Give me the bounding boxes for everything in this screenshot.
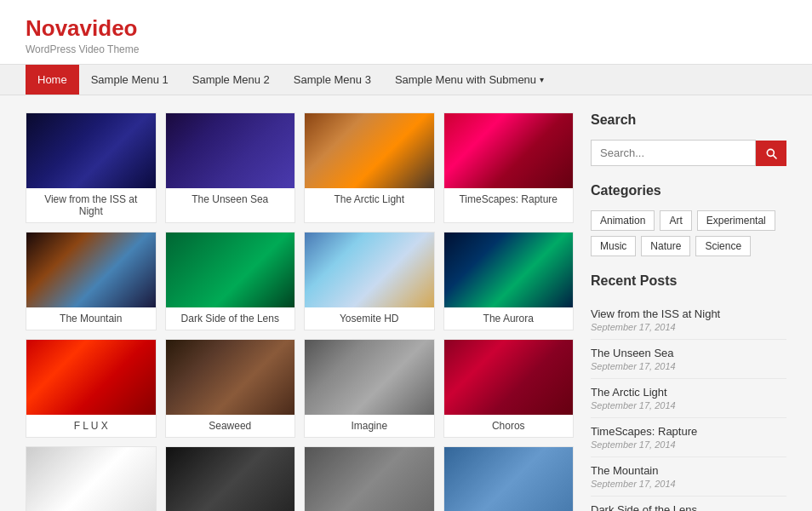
category-tag[interactable]: Science — [695, 236, 751, 256]
recent-post-item: The MountainSeptember 17, 2014 — [591, 457, 786, 497]
video-thumbnail — [26, 113, 156, 188]
category-tag[interactable]: Art — [660, 210, 691, 231]
grid-item[interactable]: Yosemite HD — [304, 232, 435, 330]
main-nav: HomeSample Menu 1Sample Menu 2Sample Men… — [0, 65, 812, 95]
search-input[interactable] — [591, 140, 756, 166]
recent-post-date: September 17, 2014 — [591, 322, 786, 332]
search-section: Search — [591, 112, 786, 166]
grid-item[interactable]: The Unseen Sea — [165, 112, 296, 223]
recent-posts-section: Recent Posts View from the ISS at NightS… — [591, 273, 786, 511]
recent-post-item: The Unseen SeaSeptember 17, 2014 — [591, 340, 786, 379]
category-tag[interactable]: Experimental — [697, 210, 775, 231]
video-thumbnail — [444, 340, 574, 415]
video-caption: The Aurora — [444, 307, 574, 330]
recent-post-date: September 17, 2014 — [591, 439, 786, 450]
category-tag[interactable]: Animation — [591, 210, 655, 231]
video-thumbnail — [305, 233, 434, 307]
recent-posts-title: Recent Posts — [591, 273, 786, 292]
recent-posts-list: View from the ISS at NightSeptember 17, … — [591, 301, 786, 511]
grid-item[interactable] — [304, 446, 435, 511]
recent-post-title[interactable]: Dark Side of the Lens — [591, 503, 786, 511]
video-caption: Yosemite HD — [305, 307, 434, 330]
video-thumbnail — [305, 113, 434, 188]
grid-item[interactable] — [443, 446, 575, 511]
video-thumbnail — [305, 340, 434, 415]
site-title[interactable]: Novavideo — [26, 15, 138, 41]
categories-section: Categories AnimationArtExperimentalMusic… — [591, 183, 786, 256]
grid-item[interactable]: Seaweed — [165, 339, 296, 438]
video-caption: Seaweed — [166, 415, 295, 437]
recent-post-item: TimeScapes: RaptureSeptember 17, 2014 — [591, 418, 786, 457]
site-tagline: WordPress Video Theme — [26, 43, 786, 55]
page-wrapper: View from the ISS at NightThe Unseen Sea… — [0, 95, 812, 511]
grid-item[interactable]: Dark Side of the Lens — [165, 232, 296, 330]
recent-post-date: September 17, 2014 — [591, 361, 786, 371]
recent-post-title[interactable]: The Unseen Sea — [591, 347, 786, 359]
grid-item[interactable]: F L U X — [26, 339, 157, 438]
nav-item-home[interactable]: Home — [26, 65, 79, 95]
nav-item-sample-menu-3[interactable]: Sample Menu 3 — [282, 65, 383, 95]
video-thumbnail — [166, 233, 295, 307]
video-thumbnail — [26, 233, 156, 307]
grid-item[interactable]: Imagine — [304, 339, 435, 438]
video-caption: TimeScapes: Rapture — [444, 188, 574, 210]
nav-item-sample-menu-with-submenu[interactable]: Sample Menu with Submenu▾ — [383, 65, 556, 95]
video-caption: F L U X — [26, 415, 156, 437]
video-thumbnail — [444, 113, 574, 188]
video-caption: The Unseen Sea — [166, 188, 295, 210]
video-thumbnail — [444, 447, 574, 511]
chevron-down-icon: ▾ — [540, 75, 544, 84]
sidebar: Search Categories AnimationArtExperiment… — [591, 112, 786, 511]
video-thumbnail — [26, 340, 156, 415]
site-header: Novavideo WordPress Video Theme — [0, 0, 812, 65]
grid-item[interactable]: View from the ISS at Night — [26, 112, 157, 223]
recent-post-title[interactable]: The Arctic Light — [591, 386, 786, 399]
recent-post-date: September 17, 2014 — [591, 479, 786, 489]
recent-post-date: September 17, 2014 — [591, 400, 786, 411]
video-thumbnail — [305, 447, 434, 511]
recent-post-title[interactable]: TimeScapes: Rapture — [591, 425, 786, 438]
video-grid: View from the ISS at NightThe Unseen Sea… — [26, 112, 574, 511]
grid-item[interactable] — [26, 446, 157, 511]
video-caption: Choros — [444, 415, 574, 437]
recent-post-item: View from the ISS at NightSeptember 17, … — [591, 301, 786, 340]
video-thumbnail — [166, 340, 295, 415]
grid-item[interactable]: The Arctic Light — [304, 112, 435, 223]
recent-post-title[interactable]: The Mountain — [591, 464, 786, 477]
recent-post-title[interactable]: View from the ISS at Night — [591, 307, 786, 320]
video-caption: The Arctic Light — [305, 188, 434, 210]
grid-item[interactable]: The Mountain — [26, 232, 157, 330]
search-button[interactable] — [756, 141, 786, 166]
video-thumbnail — [166, 113, 295, 188]
main-content: View from the ISS at NightThe Unseen Sea… — [26, 112, 574, 511]
grid-item[interactable]: TimeScapes: Rapture — [443, 112, 575, 223]
category-tag[interactable]: Music — [591, 236, 636, 256]
search-title: Search — [591, 112, 786, 131]
nav-item-sample-menu-1[interactable]: Sample Menu 1 — [79, 65, 180, 95]
recent-post-item: The Arctic LightSeptember 17, 2014 — [591, 379, 786, 418]
category-tag[interactable]: Nature — [641, 236, 690, 256]
grid-item[interactable] — [165, 446, 296, 511]
grid-item[interactable]: The Aurora — [443, 232, 575, 330]
video-thumbnail — [444, 233, 574, 307]
video-caption: The Mountain — [26, 307, 156, 330]
grid-item[interactable]: Choros — [443, 339, 575, 438]
search-icon — [764, 146, 778, 160]
video-caption: View from the ISS at Night — [26, 188, 156, 222]
categories-title: Categories — [591, 183, 786, 202]
video-caption: Imagine — [305, 415, 434, 437]
video-thumbnail — [26, 447, 156, 511]
search-row — [591, 140, 786, 166]
nav-item-sample-menu-2[interactable]: Sample Menu 2 — [180, 65, 282, 95]
categories-list: AnimationArtExperimentalMusicNatureScien… — [591, 210, 786, 256]
recent-post-item: Dark Side of the LensSeptember 17, 2014 — [591, 497, 786, 511]
video-thumbnail — [166, 447, 295, 511]
video-caption: Dark Side of the Lens — [166, 307, 295, 330]
